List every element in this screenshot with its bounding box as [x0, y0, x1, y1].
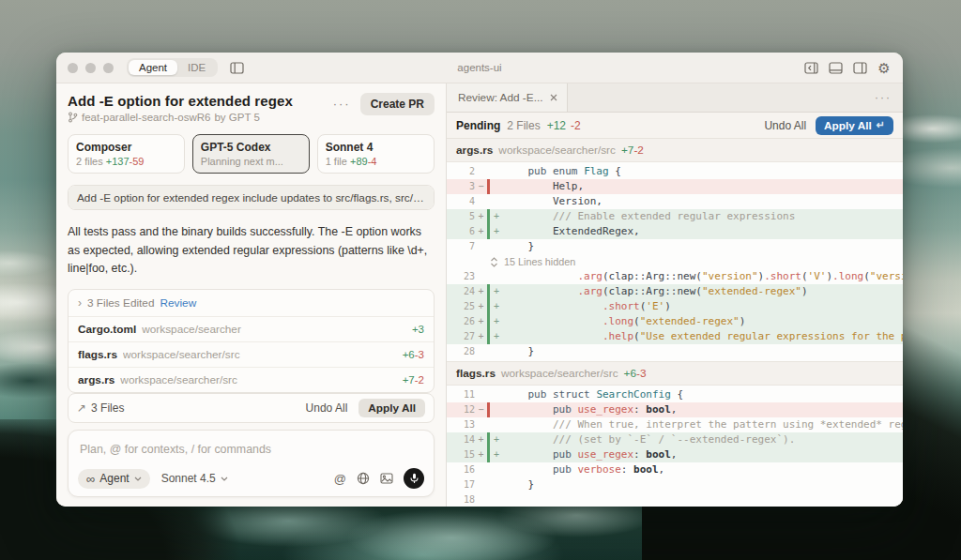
agent-cards: Composer2 files +137-59GPT-5 CodexPlanni… [68, 134, 435, 174]
image-attach-icon[interactable] [380, 473, 393, 484]
diff-code-block: 11 pub struct SearchConfig {12− pub use_… [447, 386, 903, 507]
model-dropdown[interactable]: Sonnet 4.5 [161, 472, 228, 485]
code-text [503, 492, 903, 507]
diff-line[interactable]: 23 .arg(clap::Arg::new("version").short(… [447, 269, 903, 284]
diff-line[interactable]: 5++ /// Enable extended regular expressi… [447, 209, 903, 224]
diff-gutter-marker [475, 194, 487, 209]
line-number: 5 [447, 209, 475, 224]
code-text: .arg(clap::Arg::new("version").short('V'… [503, 269, 903, 284]
review-link[interactable]: Review [160, 296, 196, 310]
diff-line[interactable]: 16 pub verbose: bool, [447, 462, 903, 477]
review-tab-label: Review: Add -E... [458, 91, 542, 104]
diff-file-name: flags.rs [456, 367, 496, 380]
agent-card-name: Sonnet 4 [326, 141, 426, 154]
line-number: 27 [447, 329, 475, 344]
diff-line[interactable]: 18 [447, 492, 903, 507]
diff-inline-marker [490, 344, 503, 359]
diff-inline-marker [490, 477, 503, 492]
diff-file-deletions: -2 [633, 144, 644, 157]
diff-inline-marker: + [490, 314, 503, 329]
diff-file-header[interactable]: flags.rsworkspace/searcher/src+6-3 [447, 361, 903, 386]
edited-file-stats: +7-2 [403, 374, 424, 386]
diff-gutter-marker [475, 387, 487, 402]
diff-line[interactable]: 26++ .long("extended-regex") [447, 314, 903, 329]
chevron-right-icon[interactable]: › [78, 296, 82, 310]
diff-file-header[interactable]: args.rsworkspace/searcher/src+7-2 [447, 139, 903, 162]
diff-view[interactable]: args.rsworkspace/searcher/src+7-22 pub e… [447, 139, 903, 507]
settings-gear-icon[interactable]: ⚙ [877, 60, 892, 75]
edited-file-row[interactable]: Cargo.tomlworkspace/searcher+3 [69, 316, 434, 341]
diff-line[interactable]: 25++ .short('E') [447, 299, 903, 314]
app-window: Agent IDE agents-ui [56, 53, 903, 507]
diff-line[interactable]: 24++ .arg(clap::Arg::new("extended-regex… [447, 284, 903, 299]
diff-line[interactable]: 28 } [447, 344, 903, 359]
collapse-panel-icon[interactable] [803, 60, 818, 75]
diff-line[interactable]: 6++ ExtendedRegex, [447, 224, 903, 239]
code-text: pub verbose: bool, [503, 462, 903, 477]
web-globe-icon[interactable] [357, 472, 370, 485]
task-more-icon[interactable]: ··· [333, 97, 351, 111]
prompt-input[interactable] [78, 442, 428, 457]
agent-mode-dropdown[interactable]: ∞ Agent [78, 469, 150, 489]
diff-line[interactable]: 4 Version, [447, 194, 903, 209]
code-text: .long("extended-regex") [503, 314, 903, 329]
pending-files-label[interactable]: 3 Files [91, 401, 124, 415]
diff-inline-marker: + [490, 224, 503, 239]
code-text: pub enum Flag { [503, 164, 903, 179]
diff-line[interactable]: 2 pub enum Flag { [447, 164, 903, 179]
diff-line[interactable]: 27++ .help("Use extended regular express… [447, 329, 903, 344]
diff-line[interactable]: 13 /// When true, interpret the pattern … [447, 417, 903, 432]
diff-inline-marker [490, 462, 503, 477]
review-undo-all-button[interactable]: Undo All [764, 119, 806, 132]
close-tab-icon[interactable] [550, 94, 557, 101]
edited-file-row[interactable]: flags.rsworkspace/searcher/src+6-3 [69, 341, 434, 367]
mention-context-icon[interactable]: @ [334, 472, 346, 486]
toggle-left-sidebar-icon[interactable] [229, 60, 244, 75]
close-window-button[interactable] [68, 63, 78, 73]
diff-file-path: workspace/searcher/src [501, 367, 618, 380]
agent-card[interactable]: Composer2 files +137-59 [68, 134, 185, 174]
diff-line[interactable]: 12− pub use_regex: bool, [447, 402, 903, 417]
diff-inline-marker [490, 402, 503, 417]
pending-additions: +12 [547, 119, 566, 132]
create-pr-button[interactable]: Create PR [360, 93, 435, 115]
files-edited-label[interactable]: 3 Files Edited [87, 296, 154, 310]
toggle-right-panel-icon[interactable] [852, 60, 867, 75]
agent-card-deletions: -59 [130, 156, 145, 167]
zoom-window-button[interactable] [103, 63, 114, 73]
task-card[interactable]: Add -E option for extended regex include… [68, 185, 435, 210]
hidden-lines-label: 15 Lines hidden [504, 256, 575, 267]
diff-line[interactable]: 15++ pub use_regex: bool, [447, 447, 903, 462]
review-apply-all-button[interactable]: Apply All ↵ [816, 116, 893, 135]
diff-inline-marker: + [490, 299, 503, 314]
minimize-window-button[interactable] [85, 63, 96, 73]
tab-agent[interactable]: Agent [129, 60, 177, 75]
diff-line[interactable]: 7 } [447, 239, 903, 254]
diff-line[interactable]: 14++ /// (set by `-E` / `--extended-rege… [447, 432, 903, 447]
edited-file-name: args.rs [78, 373, 114, 386]
edited-file-stats: +3 [412, 324, 424, 335]
agent-card[interactable]: GPT-5 CodexPlanning next m... [192, 134, 309, 174]
diff-line[interactable]: 3− Help, [447, 179, 903, 194]
pending-status: Pending [456, 119, 500, 132]
voice-input-button[interactable] [404, 468, 424, 489]
tabbar-more-icon[interactable]: ··· [875, 91, 892, 104]
line-number: 13 [447, 417, 475, 432]
diff-inline-marker [490, 239, 503, 254]
apply-all-button[interactable]: Apply All [358, 399, 425, 417]
diff-line[interactable]: 17 } [447, 477, 903, 492]
expand-arrow-icon[interactable]: ↗ [77, 401, 86, 415]
edited-file-row[interactable]: args.rsworkspace/searcher/src+7-2 [69, 367, 434, 392]
code-text: /// (set by `-E` / `--extended-regex`). [503, 432, 903, 447]
diff-line[interactable]: 11 pub struct SearchConfig { [447, 387, 903, 402]
line-number: 26 [447, 314, 475, 329]
tab-ide[interactable]: IDE [177, 60, 216, 75]
branch-name[interactable]: feat-parallel-search-oswR6 [82, 112, 210, 123]
toggle-bottom-panel-icon[interactable] [828, 60, 843, 75]
line-number: 4 [447, 194, 475, 209]
titlebar: Agent IDE agents-ui [56, 53, 903, 83]
hidden-lines-toggle[interactable]: 15 Lines hidden [447, 254, 903, 269]
undo-all-button[interactable]: Undo All [306, 401, 348, 415]
agent-card[interactable]: Sonnet 41 file +89-4 [317, 134, 435, 174]
review-tab[interactable]: Review: Add -E... [447, 83, 568, 112]
